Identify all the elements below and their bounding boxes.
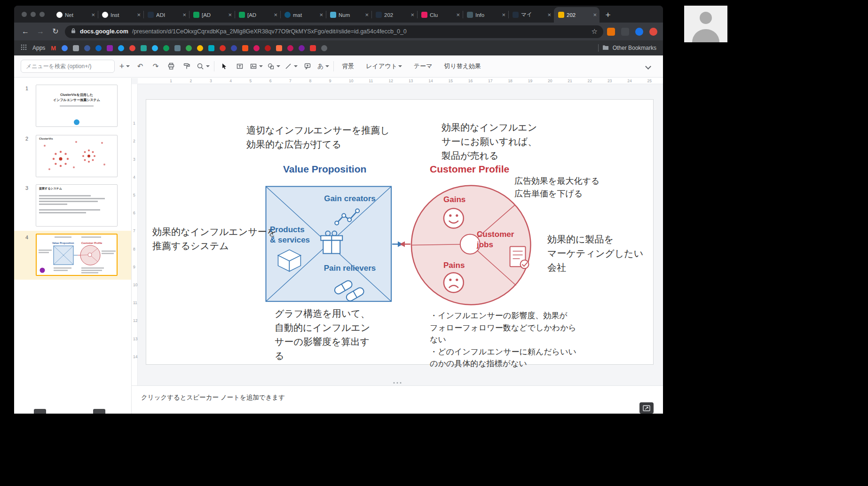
bookmark-favicon[interactable] bbox=[174, 45, 181, 51]
customer-jobs-label[interactable]: Customer jobs bbox=[477, 229, 514, 250]
browser-tab[interactable]: [AD× bbox=[235, 7, 280, 23]
ad-effect-text-box[interactable]: 広告効果を最大化する 広告単価を下げる bbox=[514, 175, 600, 200]
forward-icon[interactable]: → bbox=[35, 26, 46, 37]
bookmark-favicon[interactable] bbox=[197, 45, 203, 51]
background-button[interactable]: 背景 bbox=[338, 60, 358, 73]
text-box-tool-icon[interactable] bbox=[234, 60, 245, 72]
minimize-window-button[interactable] bbox=[31, 12, 36, 17]
close-window-button[interactable] bbox=[22, 12, 27, 17]
transition-button[interactable]: 切り替え効果 bbox=[440, 60, 485, 73]
slide-thumbnail-2[interactable]: ClusterVis bbox=[36, 135, 118, 177]
address-bar[interactable]: docs.google.com /presentation/d/1CeOkxgC… bbox=[65, 25, 603, 38]
tab-close-icon[interactable]: × bbox=[319, 11, 323, 18]
bookmark-favicon[interactable] bbox=[107, 45, 113, 51]
gmail-bookmark-icon[interactable]: M bbox=[51, 45, 56, 52]
bookmark-favicon[interactable] bbox=[186, 45, 192, 51]
bookmark-favicon[interactable] bbox=[95, 45, 102, 51]
fullscreen-button[interactable] bbox=[639, 402, 654, 414]
comment-button[interactable] bbox=[302, 60, 313, 72]
browser-tab[interactable]: 202× bbox=[554, 7, 600, 23]
new-slide-button[interactable]: + bbox=[119, 60, 130, 72]
bookmark-favicon[interactable] bbox=[231, 45, 237, 51]
bookmark-favicon[interactable] bbox=[242, 45, 248, 51]
bookmark-favicon[interactable] bbox=[129, 45, 135, 51]
zoom-window-button[interactable] bbox=[39, 12, 45, 17]
paint-format-button[interactable] bbox=[181, 60, 192, 72]
back-icon[interactable]: ← bbox=[20, 26, 31, 37]
notes-resize-handle[interactable] bbox=[394, 382, 402, 384]
products-services-label[interactable]: Products & services bbox=[270, 225, 310, 245]
browser-tab[interactable]: Clu× bbox=[417, 7, 463, 23]
browser-tab[interactable]: Num× bbox=[326, 7, 371, 23]
bookmark-star-icon[interactable]: ☆ bbox=[592, 27, 598, 36]
bookmark-favicon[interactable] bbox=[321, 45, 327, 51]
apps-label[interactable]: Apps bbox=[32, 45, 45, 51]
customer-profile-heading[interactable]: Customer Profile bbox=[430, 164, 509, 175]
bookmark-favicon[interactable] bbox=[276, 45, 282, 51]
other-bookmarks[interactable]: Other Bookmarks bbox=[598, 44, 656, 52]
bookmark-favicon[interactable] bbox=[299, 45, 305, 51]
bookmark-favicon[interactable] bbox=[163, 45, 169, 51]
tab-close-icon[interactable]: × bbox=[547, 11, 551, 18]
browser-tab[interactable]: マイ× bbox=[508, 7, 554, 23]
shape-tool-icon[interactable] bbox=[267, 60, 280, 72]
left-text-box[interactable]: 効果的なインフルエンサーを 推薦するシステム bbox=[152, 225, 276, 253]
gain-creators-label[interactable]: Gain creators bbox=[322, 194, 378, 204]
tab-close-icon[interactable]: × bbox=[91, 11, 95, 18]
tab-close-icon[interactable]: × bbox=[228, 11, 232, 18]
filmstrip-footer-button[interactable] bbox=[34, 409, 46, 414]
layout-button[interactable]: レイアウト bbox=[362, 60, 406, 73]
theme-button[interactable]: テーマ bbox=[410, 60, 436, 73]
slide-thumbnail-3[interactable]: 提案するシステム bbox=[36, 184, 118, 227]
browser-tab[interactable]: Inst× bbox=[98, 7, 143, 23]
select-tool-icon[interactable] bbox=[219, 60, 230, 72]
gains-label[interactable]: Gains bbox=[443, 195, 466, 205]
tab-close-icon[interactable]: × bbox=[593, 11, 597, 18]
top-left-text-box[interactable]: 適切なインフルエンサーを推薦し 効果的な広告が打てる bbox=[246, 123, 390, 151]
bookmark-favicon[interactable] bbox=[265, 45, 271, 51]
slide-thumbnail-4[interactable]: Value Proposition Customer Profile bbox=[36, 234, 118, 276]
browser-tab[interactable]: ADI× bbox=[143, 7, 189, 23]
text-style-button[interactable]: あ bbox=[317, 60, 329, 72]
bookmark-favicon[interactable] bbox=[220, 45, 226, 51]
bookmark-favicon[interactable] bbox=[208, 45, 214, 51]
bookmark-favicon[interactable] bbox=[310, 45, 316, 51]
undo-button[interactable]: ↶ bbox=[134, 60, 146, 72]
browser-tab[interactable]: 202× bbox=[371, 7, 417, 23]
apps-grid-icon[interactable] bbox=[21, 44, 27, 52]
pain-relievers-label[interactable]: Pain relievers bbox=[322, 263, 378, 274]
zoom-button[interactable] bbox=[197, 60, 210, 72]
new-tab-button[interactable]: + bbox=[601, 8, 615, 22]
browser-tab[interactable]: Info× bbox=[463, 7, 508, 23]
top-right-text-box[interactable]: 効果的なインフルエン サーにお願いすれば、 製品が売れる bbox=[442, 120, 537, 163]
bookmark-favicon[interactable] bbox=[152, 45, 158, 51]
browser-tab[interactable]: mat× bbox=[280, 7, 326, 23]
bottom-right-text-box[interactable]: ・インフルエンサーの影響度、効果が フォローフォロワー数などでしかわから ない … bbox=[430, 310, 576, 370]
bookmark-favicon[interactable] bbox=[141, 45, 147, 51]
bookmark-favicon[interactable] bbox=[62, 45, 68, 51]
bookmark-favicon[interactable] bbox=[84, 45, 90, 51]
speaker-notes-area[interactable]: クリックするとスピーカー ノートを追加できます bbox=[132, 385, 663, 414]
value-proposition-heading[interactable]: Value Proposition bbox=[283, 164, 366, 175]
bookmark-favicon[interactable] bbox=[73, 45, 79, 51]
browser-tab[interactable]: [AD× bbox=[189, 7, 235, 23]
tab-close-icon[interactable]: × bbox=[137, 11, 141, 18]
browser-tab[interactable]: Net× bbox=[52, 7, 98, 23]
tab-close-icon[interactable]: × bbox=[274, 11, 277, 18]
menu-search-input[interactable]: メニューを検索 (option+/) bbox=[21, 60, 115, 73]
profile-avatar-icon[interactable] bbox=[649, 28, 657, 36]
redo-button[interactable]: ↷ bbox=[150, 60, 161, 72]
reload-icon[interactable]: ↻ bbox=[50, 26, 61, 37]
tab-close-icon[interactable]: × bbox=[365, 11, 369, 18]
print-button[interactable] bbox=[166, 60, 177, 72]
bookmark-favicon[interactable] bbox=[287, 45, 293, 51]
slide-thumbnail-1[interactable]: ClusterVisを活用した インフルエンサー推薦システム bbox=[36, 85, 118, 127]
sync-globe-icon[interactable] bbox=[635, 28, 643, 36]
bookmark-favicon[interactable] bbox=[253, 45, 260, 51]
insert-image-button[interactable] bbox=[250, 60, 263, 72]
participant-video-tile[interactable] bbox=[684, 6, 727, 42]
pains-label[interactable]: Pains bbox=[443, 260, 465, 271]
tab-close-icon[interactable]: × bbox=[410, 11, 414, 18]
tab-close-icon[interactable]: × bbox=[502, 11, 505, 18]
filmstrip-footer-button[interactable] bbox=[93, 409, 105, 414]
